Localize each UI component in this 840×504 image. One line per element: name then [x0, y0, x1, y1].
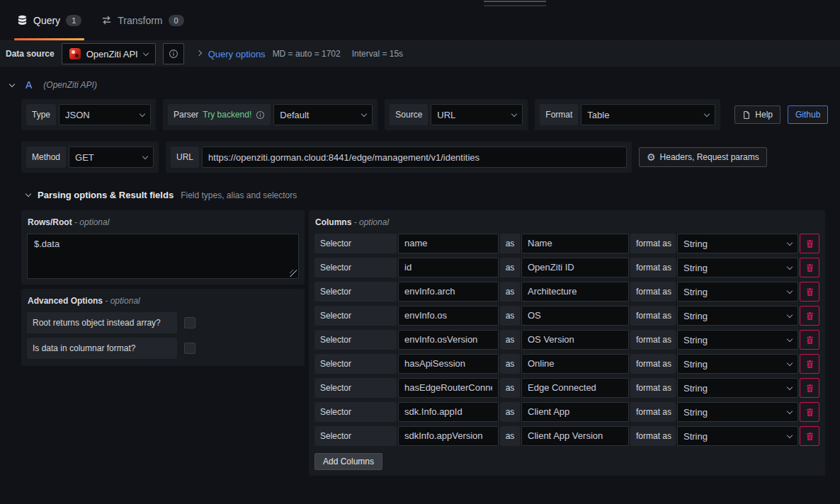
delete-column-button[interactable] — [800, 282, 819, 302]
tab-query-label: Query — [33, 15, 60, 26]
rows-root-optional: - optional — [74, 217, 109, 227]
source-select[interactable]: URL — [431, 104, 523, 125]
url-input[interactable] — [202, 147, 627, 168]
selector-input[interactable] — [398, 330, 499, 350]
column-format-select[interactable]: String — [677, 258, 798, 277]
column-format-value: String — [683, 431, 708, 442]
alias-input[interactable] — [521, 282, 629, 302]
type-field-group: Type JSON — [21, 99, 156, 130]
database-icon — [17, 15, 28, 25]
format-as-label: format as — [630, 306, 676, 326]
chevron-down-icon — [704, 110, 710, 116]
trash-icon — [805, 432, 815, 441]
parser-select[interactable]: Default — [273, 104, 373, 125]
column-format-select[interactable]: String — [677, 402, 798, 422]
resize-grip[interactable] — [484, 1, 546, 6]
alias-input[interactable] — [521, 354, 629, 374]
column-row: Selector as format as String — [314, 354, 819, 374]
headers-request-params-button[interactable]: Headers, Request params — [639, 147, 767, 167]
delete-column-button[interactable] — [800, 402, 819, 422]
query-options-link[interactable]: Query options — [208, 49, 266, 59]
chevron-down-icon — [142, 50, 148, 55]
query-ref-id[interactable]: A — [25, 79, 32, 91]
as-label: as — [500, 378, 520, 398]
as-label: as — [500, 306, 520, 326]
delete-column-button[interactable] — [800, 354, 819, 374]
format-as-label: format as — [630, 354, 676, 374]
alias-input[interactable] — [521, 234, 629, 253]
datasource-help-button[interactable] — [163, 43, 184, 64]
delete-column-button[interactable] — [800, 258, 819, 277]
selector-input[interactable] — [398, 426, 499, 446]
query-editor-pane: Query 1 Transform 0 Data source OpenZiti… — [0, 0, 840, 504]
delete-column-button[interactable] — [800, 378, 819, 398]
delete-column-button[interactable] — [800, 234, 819, 253]
column-format-select[interactable]: String — [677, 306, 798, 326]
try-backend-hint: Try backend! — [203, 110, 251, 120]
source-field-group: Source URL — [385, 99, 528, 130]
interval-stat: Interval = 15s — [352, 49, 403, 59]
alias-input[interactable] — [521, 402, 629, 422]
method-value: GET — [75, 152, 94, 163]
parser-value: Default — [280, 110, 309, 120]
column-format-select[interactable]: String — [677, 426, 798, 446]
selector-input[interactable] — [398, 306, 499, 326]
query-datasource-hint: (OpenZiti API) — [43, 80, 97, 90]
query-row-header: A (OpenZiti API) — [0, 67, 840, 99]
column-format-select[interactable]: String — [677, 354, 798, 374]
options-row-2: Method GET URL Headers, Request params — [21, 142, 825, 173]
alias-input[interactable] — [521, 306, 629, 326]
selector-input[interactable] — [398, 402, 499, 422]
collapse-chevron-icon[interactable] — [25, 191, 31, 197]
selector-input[interactable] — [398, 282, 499, 302]
info-circle-icon — [256, 110, 265, 120]
column-row: Selector as format as String — [314, 330, 819, 350]
root-returns-object-label: Root returns object instead array? — [27, 312, 177, 333]
alias-input[interactable] — [521, 426, 629, 446]
column-row: Selector as format as String — [314, 426, 819, 446]
alias-input[interactable] — [521, 258, 629, 277]
delete-column-button[interactable] — [800, 426, 819, 446]
datasource-picker[interactable]: OpenZiti API — [62, 43, 156, 64]
alias-input[interactable] — [521, 330, 629, 350]
method-select[interactable]: GET — [69, 147, 154, 168]
type-select[interactable]: JSON — [59, 104, 151, 125]
help-button-label: Help — [755, 110, 773, 120]
root-returns-object-checkbox[interactable] — [184, 317, 195, 328]
column-format-select[interactable]: String — [677, 330, 798, 350]
datasource-name: OpenZiti API — [86, 49, 138, 59]
column-format-select[interactable]: String — [677, 234, 798, 253]
datasource-label: Data source — [6, 49, 55, 59]
as-label: as — [500, 258, 520, 277]
column-format-select[interactable]: String — [677, 282, 798, 302]
column-format-value: String — [683, 311, 708, 321]
column-format-select[interactable]: String — [677, 378, 798, 398]
columns-title: Columns — [315, 217, 351, 227]
chevron-down-icon — [787, 239, 793, 245]
selector-input[interactable] — [398, 354, 499, 374]
tab-query[interactable]: Query 1 — [7, 0, 91, 40]
format-field-group: Format Table — [535, 99, 720, 130]
columnar-format-checkbox[interactable] — [184, 343, 195, 354]
collapse-chevron-icon[interactable] — [9, 81, 15, 86]
selector-input[interactable] — [398, 258, 499, 277]
source-label: Source — [390, 104, 428, 125]
selector-input[interactable] — [398, 378, 499, 398]
as-label: as — [500, 354, 520, 374]
add-columns-button[interactable]: Add Columns — [314, 453, 382, 470]
selector-input[interactable] — [398, 234, 499, 253]
rows-root-input[interactable]: $.data — [27, 234, 299, 279]
chevron-down-icon — [787, 360, 793, 365]
max-data-points-stat: MD = auto = 1702 — [273, 49, 341, 59]
delete-column-button[interactable] — [800, 330, 819, 350]
tab-transform[interactable]: Transform 0 — [91, 0, 193, 40]
format-select[interactable]: Table — [581, 104, 715, 125]
resize-handle-icon[interactable] — [290, 270, 297, 277]
alias-input[interactable] — [521, 378, 629, 398]
columns-panel: Columns - optional Selector as format as… — [309, 210, 825, 476]
delete-column-button[interactable] — [800, 306, 819, 326]
chevron-down-icon — [787, 336, 793, 341]
help-button[interactable]: Help — [734, 105, 781, 124]
format-label: Format — [540, 104, 578, 125]
github-button[interactable]: Github — [788, 105, 828, 124]
